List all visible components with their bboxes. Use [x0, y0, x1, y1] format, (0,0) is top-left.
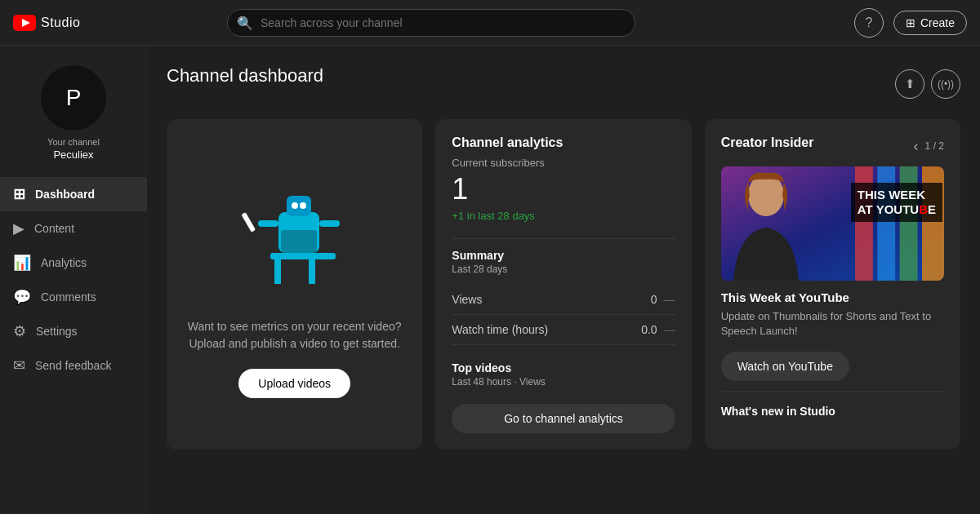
sidebar-nav: ⊞ Dashboard ▶ Content 📊 Analytics 💬 Comm… — [0, 177, 147, 383]
help-button[interactable]: ? — [854, 8, 884, 38]
analytics-icon: 📊 — [13, 254, 31, 272]
create-label: Create — [920, 16, 955, 29]
svg-rect-3 — [274, 259, 281, 284]
sidebar-item-feedback[interactable]: ✉ Send feedback — [0, 348, 147, 383]
sidebar-item-label: Comments — [41, 290, 96, 304]
upload-icon-button[interactable]: ⬆ — [895, 69, 924, 99]
logo-area: Studio — [13, 15, 111, 31]
summary-title: Summary — [452, 249, 675, 262]
sidebar-avatar-section: P Your channel Peculiex — [0, 52, 147, 171]
subscribers-count: 1 — [452, 172, 675, 206]
create-icon: ⊞ — [906, 16, 915, 29]
watch-on-youtube-button[interactable]: Watch on YouTube — [721, 352, 849, 381]
sidebar-item-label: Dashboard — [35, 188, 95, 201]
creator-video-title: This Week at YouTube — [721, 290, 944, 304]
main-layout: P Your channel Peculiex ⊞ Dashboard ▶ Co… — [0, 46, 980, 514]
creator-video-description: Update on Thumbnails for Shorts and Text… — [721, 309, 944, 339]
creator-page-indicator: 1 / 2 — [925, 140, 944, 152]
svg-rect-11 — [241, 212, 256, 233]
dashboard-grid: Want to see metrics on your recent video… — [167, 119, 960, 450]
page-title: Channel dashboard — [167, 65, 323, 86]
analytics-card: Channel analytics Current subscribers 1 … — [435, 119, 691, 450]
top-videos-section: Top videos Last 48 hours · Views — [452, 361, 675, 388]
live-icon-button[interactable]: ((•)) — [931, 69, 960, 99]
upload-card: Want to see metrics on your recent video… — [167, 119, 422, 450]
metric-row-views: Views 0 — — [452, 285, 675, 315]
person-silhouette — [721, 166, 811, 281]
go-to-analytics-button[interactable]: Go to channel analytics — [452, 404, 675, 433]
upload-message: Want to see metrics on your recent video… — [188, 318, 402, 352]
search-icon: 🔍 — [237, 15, 253, 30]
settings-icon: ⚙ — [13, 322, 26, 340]
sidebar-channel-label: Your channel — [47, 137, 100, 147]
feedback-icon: ✉ — [13, 357, 25, 374]
sidebar-item-label: Analytics — [41, 256, 87, 269]
youtube-logo-icon — [13, 15, 36, 31]
creator-card-header: Creator Insider ‹ 1 / 2 — [721, 135, 944, 157]
creator-thumbnail[interactable]: THIS WEEKAT YOUTUBE — [721, 166, 944, 281]
creator-card-title: Creator Insider — [721, 135, 814, 150]
studio-label: Studio — [41, 16, 80, 30]
nav-actions: ? ⊞ Create — [854, 8, 967, 38]
svg-rect-10 — [319, 220, 340, 227]
metric-row-watchtime: Watch time (hours) 0.0 — — [452, 315, 675, 345]
top-videos-title: Top videos — [452, 361, 675, 374]
thumbnail-text-overlay: THIS WEEKAT YOUTUBE — [851, 183, 942, 222]
svg-rect-4 — [309, 259, 315, 284]
sidebar-item-label: Send feedback — [35, 359, 111, 372]
sidebar: P Your channel Peculiex ⊞ Dashboard ▶ Co… — [0, 46, 147, 514]
sidebar-item-content[interactable]: ▶ Content — [0, 211, 147, 246]
svg-rect-12 — [281, 230, 317, 253]
summary-period: Last 28 days — [452, 264, 675, 275]
creator-divider — [721, 391, 944, 392]
sidebar-item-settings[interactable]: ⚙ Settings — [0, 314, 147, 348]
upload-videos-button[interactable]: Upload videos — [238, 369, 350, 398]
comments-icon: 💬 — [13, 288, 31, 306]
subscribers-label: Current subscribers — [452, 157, 675, 169]
sidebar-item-analytics[interactable]: 📊 Analytics — [0, 246, 147, 280]
metric-name-views: Views — [452, 293, 482, 306]
analytics-card-title: Channel analytics — [452, 135, 675, 150]
search-bar-container: 🔍 — [227, 9, 635, 37]
metric-dash-views: — — [664, 293, 675, 306]
content-icon: ▶ — [13, 219, 24, 237]
sidebar-item-label: Settings — [36, 325, 78, 338]
svg-point-8 — [300, 202, 306, 209]
svg-rect-6 — [287, 196, 311, 216]
search-input[interactable] — [227, 9, 635, 37]
divider — [452, 238, 675, 239]
top-videos-period: Last 48 hours · Views — [452, 376, 675, 388]
svg-rect-9 — [258, 220, 278, 227]
creator-prev-button[interactable]: ‹ — [911, 136, 922, 157]
svg-point-7 — [292, 202, 298, 209]
sidebar-item-label: Content — [34, 222, 74, 235]
subscribers-change: +1 in last 28 days — [452, 210, 675, 222]
content-area: Channel dashboard ⬆ ((•)) — [147, 46, 980, 514]
creator-nav-buttons: ‹ 1 / 2 — [911, 136, 944, 157]
svg-rect-2 — [270, 253, 336, 259]
top-nav: Studio 🔍 ? ⊞ Create — [0, 0, 980, 46]
metric-value-views: 0 — [651, 293, 657, 306]
sidebar-item-dashboard[interactable]: ⊞ Dashboard — [0, 177, 147, 211]
avatar[interactable]: P — [41, 65, 106, 131]
upload-illustration — [229, 171, 360, 302]
creator-card: Creator Insider ‹ 1 / 2 — [705, 119, 960, 450]
dashboard-icon: ⊞ — [13, 185, 25, 203]
metric-value-watchtime: 0.0 — [641, 323, 657, 336]
avatar-letter: P — [66, 85, 82, 111]
whats-new-label: What's new in Studio — [721, 405, 944, 418]
sidebar-channel-name: Peculiex — [53, 148, 93, 161]
metric-name-watchtime: Watch time (hours) — [452, 323, 548, 336]
create-button[interactable]: ⊞ Create — [893, 11, 967, 35]
metric-dash-watchtime: — — [664, 323, 675, 336]
sidebar-item-comments[interactable]: 💬 Comments — [0, 280, 147, 314]
